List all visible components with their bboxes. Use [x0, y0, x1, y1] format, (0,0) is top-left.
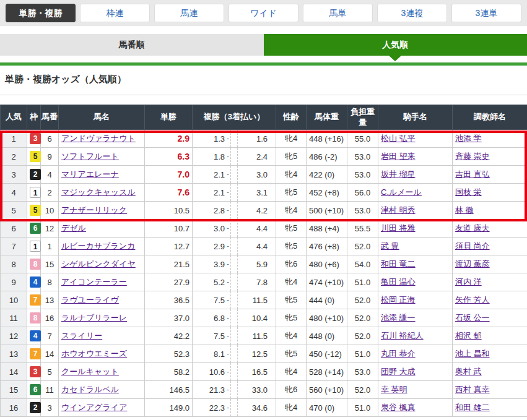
jockey-link[interactable]: 団野 大成 — [381, 367, 416, 376]
jockey-link[interactable]: 松岡 正海 — [381, 295, 416, 304]
title-divider — [0, 95, 527, 95]
sort-tab-ninki-order[interactable]: 人気順 — [264, 34, 527, 56]
trainer-link[interactable]: 須貝 尚介 — [455, 241, 490, 251]
umaban-cell: 4 — [41, 166, 59, 184]
horse-name-link[interactable]: アンドヴァラナウト — [61, 134, 136, 143]
fukusho-high: 1.6 — [238, 134, 273, 144]
jockey-link[interactable]: 松山 弘平 — [381, 134, 416, 143]
rank-cell: 12 — [1, 327, 27, 345]
bet-tab-3[interactable]: ワイド — [229, 4, 298, 22]
fukusho-high: 12.5 — [238, 349, 273, 359]
jockey-link[interactable]: C.ルメール — [381, 187, 422, 197]
fukusho-separator: - — [225, 242, 230, 251]
jockey-cell: 坂井 瑠星 — [378, 166, 453, 184]
horse-name-link[interactable]: ラヴユーライヴ — [61, 295, 119, 304]
horse-name-link[interactable]: カセドラルベル — [61, 385, 119, 394]
horse-name-link[interactable]: シゲルピンクダイヤ — [61, 259, 136, 268]
horse-name-link[interactable]: ルビーカサブランカ — [61, 241, 135, 251]
table-row: 11816ラルナブリラーレ37.06.8-10.4牝5480 (+10)52.0… — [1, 309, 527, 327]
fukusho-odds: 21.3-33.0 — [193, 381, 276, 399]
trainer-link[interactable]: 林 徹 — [455, 205, 474, 215]
horse-name-link[interactable]: ラルナブリラーレ — [61, 313, 127, 322]
horse-name-link[interactable]: マジックキャッスル — [61, 187, 136, 197]
horse-name-link[interactable]: クールキャット — [61, 367, 119, 376]
jockey-link[interactable]: 幸 英明 — [381, 385, 407, 394]
fukusho-low: 22.3 — [195, 403, 225, 413]
jockey-link[interactable]: 石川 裕紀人 — [381, 331, 424, 340]
jockey-link[interactable]: 武 豊 — [381, 241, 399, 251]
trainer-link[interactable]: 西村 真幸 — [455, 385, 490, 394]
jockey-link[interactable]: 池添 謙一 — [381, 313, 416, 322]
jockey-cell: 丸田 恭介 — [378, 345, 453, 363]
impost-cell: 55.5 — [347, 220, 378, 238]
bet-tab-6[interactable]: 3連単 — [451, 4, 521, 22]
fukusho-separator: - — [225, 367, 230, 376]
fukusho-separator: - — [225, 206, 230, 215]
trainer-link[interactable]: 斉藤 崇史 — [455, 152, 490, 161]
odds-table-body: 136アンドヴァラナウト2.91.3-1.6牝4448 (+16)55.0松山 … — [1, 130, 527, 417]
jockey-link[interactable]: 津村 明秀 — [381, 205, 416, 215]
horse-name-link[interactable]: ホウオウエミーズ — [61, 349, 127, 358]
trainer-link[interactable]: 奥村 武 — [455, 367, 482, 376]
impost-cell: 51.0 — [347, 273, 378, 291]
bet-tab-0[interactable]: 単勝・複勝 — [6, 4, 76, 22]
trainer-link[interactable]: 相沢 郁 — [455, 331, 482, 340]
waku-badge: 6 — [30, 223, 41, 234]
trainer-link[interactable]: 渡辺 薫彦 — [455, 259, 490, 268]
horse-name-link[interactable]: スライリー — [61, 331, 102, 340]
table-row: 13714ホウオウエミーズ52.38.1-12.5牝5450 (-12)51.0… — [1, 345, 527, 363]
fukusho-high: 10.4 — [238, 314, 273, 323]
trainer-link[interactable]: 河内 洋 — [455, 277, 482, 286]
impost-cell: 51.0 — [347, 399, 378, 417]
horse-name-link[interactable]: ウインアグライア — [61, 403, 127, 412]
horse-name-link[interactable]: デゼル — [61, 223, 86, 233]
fukusho-low: 2.1 — [195, 170, 225, 179]
trainer-cell: 池上 昌和 — [453, 345, 527, 363]
fukusho-separator: - — [225, 403, 230, 412]
tansho-odds: 10.5 — [145, 202, 193, 220]
fukusho-odds: 10.6-16.5 — [193, 363, 276, 381]
horse-name-link[interactable]: ソフトフルート — [61, 152, 119, 161]
umaban-cell: 14 — [41, 345, 59, 363]
rank-cell: 7 — [1, 238, 27, 255]
umaban-cell: 7 — [41, 327, 59, 345]
waku-cell: 7 — [27, 345, 41, 363]
jockey-link[interactable]: 坂井 瑠星 — [381, 169, 416, 179]
trainer-link[interactable]: 矢作 芳人 — [455, 295, 490, 304]
trainer-link[interactable]: 吉田 直弘 — [455, 169, 490, 179]
jockey-link[interactable]: 丸田 恭介 — [381, 349, 416, 358]
table-row: 1247スライリー42.27.5-11.5牝4448 (0)52.0石川 裕紀人… — [1, 327, 527, 345]
horse-name-link[interactable]: マリアエレーナ — [61, 169, 119, 179]
waku-cell: 6 — [27, 220, 41, 238]
horse-name-link[interactable]: アイコンテーラー — [61, 277, 127, 286]
bet-tab-5[interactable]: 3連複 — [377, 4, 447, 22]
horse-weight-cell: 470 (0) — [307, 399, 347, 417]
fukusho-separator: - — [225, 188, 230, 197]
trainer-link[interactable]: 石坂 公一 — [455, 313, 490, 322]
trainer-cell: 池添 学 — [453, 130, 527, 148]
sex-age-cell: 牝5 — [276, 238, 307, 255]
table-row: 259ソフトフルート6.31.8-2.4牝5486 (-2)53.0岩田 望来斉… — [1, 148, 527, 166]
waku-cell: 2 — [27, 399, 41, 417]
trainer-link[interactable]: 池添 学 — [455, 134, 482, 143]
trainer-link[interactable]: 国枝 栄 — [455, 187, 482, 197]
trainer-link[interactable]: 友道 康夫 — [455, 223, 490, 233]
horse-name-cell: クールキャット — [59, 363, 145, 381]
jockey-link[interactable]: 泉谷 楓真 — [381, 403, 416, 412]
fukusho-separator: - — [225, 152, 230, 161]
bet-tab-1[interactable]: 枠連 — [80, 4, 150, 22]
impost-cell: 52.0 — [347, 327, 378, 345]
trainer-link[interactable]: 池上 昌和 — [455, 349, 490, 358]
horse-name-link[interactable]: アナザーリリック — [61, 205, 127, 215]
bet-tab-2[interactable]: 馬連 — [154, 4, 224, 22]
trainer-link[interactable]: 和田 雄二 — [455, 403, 490, 412]
jockey-link[interactable]: 和田 竜二 — [381, 259, 416, 268]
jockey-link[interactable]: 岩田 望来 — [381, 152, 416, 161]
fukusho-separator: - — [225, 314, 230, 322]
odds-table-wrap: 人気枠馬番馬名単勝複勝（3着払い）性齢馬体重負担重量騎手名調教師名 136アンド… — [0, 105, 527, 417]
jockey-link[interactable]: 亀田 温心 — [381, 277, 416, 286]
fukusho-separator: - — [225, 278, 230, 286]
sort-tab-umaban-order[interactable]: 馬番順 — [0, 34, 264, 56]
bet-tab-4[interactable]: 馬単 — [303, 4, 373, 22]
jockey-link[interactable]: 川田 将雅 — [381, 223, 416, 233]
